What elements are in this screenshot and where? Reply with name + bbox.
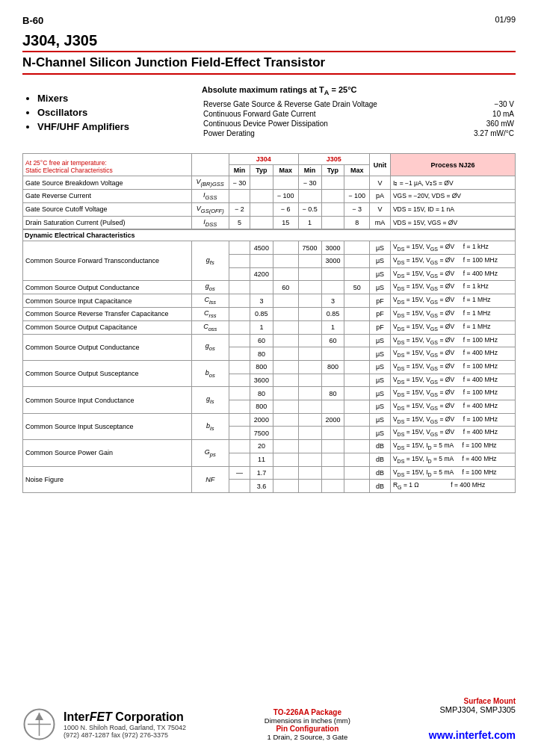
page-title: N-Channel Silicon Junction Field-Effect …: [22, 55, 516, 70]
footer-package-info: TO-226AA Package Dimensions in Inches (m…: [265, 708, 350, 741]
main-table-container: At 25°C free air temperature: Static Ele…: [22, 153, 516, 493]
max2-header: Max: [344, 165, 370, 176]
footer-company-info: InterFET Corporation 1000 N. Shiloh Road…: [22, 707, 186, 741]
static-row-2: Gate Reverse Current IGSS − 100 − 100 pA…: [23, 189, 516, 202]
at-temp-cell: At 25°C free air temperature: Static Ele…: [23, 154, 192, 176]
top-section: Mixers Oscillators VHF/UHF Amplifiers Ab…: [22, 85, 516, 138]
app-item-1: Mixers: [37, 93, 187, 104]
company-name: InterFET Corporation: [64, 710, 186, 724]
pin-desc: 1 Drain, 2 Source, 3 Gate: [265, 733, 350, 741]
dyn-ciss: Common Source Input Capacitance Ciss 3 3…: [23, 294, 516, 308]
address-line1: 1000 N. Shiloh Road, Garland, TX 75042: [64, 724, 186, 731]
static-row-4: Drain Saturation Current (Pulsed) IDSS 5…: [23, 216, 516, 229]
static-row-3: Gate Source Cutoff Voltage VGS(OFF) − 2 …: [23, 202, 516, 216]
min2-header: Min: [298, 165, 321, 176]
footer: InterFET Corporation 1000 N. Shiloh Road…: [22, 697, 516, 741]
pin-title: Pin Configuration: [265, 725, 350, 733]
svg-marker-3: [35, 713, 43, 720]
abs-row-4: Power Derating 3.27 mW/°C: [202, 128, 516, 138]
doc-id: B-60: [22, 15, 43, 26]
max1-header: Max: [273, 165, 298, 176]
title-bar: N-Channel Silicon Junction Field-Effect …: [22, 51, 516, 75]
col-header-row-1: At 25°C free air temperature: Static Ele…: [23, 154, 516, 165]
dyn-crss: Common Source Reverse Transfer Capacitan…: [23, 308, 516, 321]
page: B-60 01/99 J304, J305 N-Channel Silicon …: [0, 0, 538, 756]
dyn-nf-100: Noise Figure NF — 1.7 dB VDS = 15V, ID =…: [23, 466, 516, 480]
j304-header: J304: [229, 154, 298, 165]
dyn-gos-100: Common Source Output Conductance gos 60 …: [23, 334, 516, 347]
surface-mount-title: Surface Mount: [429, 697, 516, 705]
dyn-bis-100: Common Source Input Susceptance bis 2000…: [23, 413, 516, 427]
abs-row-3: Continuous Device Power Dissipation 360 …: [202, 119, 516, 128]
process-header: Process NJ26: [390, 154, 515, 176]
dyn-gps-100: Common Source Power Gain Gps 20 dB VDS =…: [23, 440, 516, 453]
abs-max-ratings: Absolute maximum ratings at TA = 25°C Re…: [187, 85, 516, 138]
dyn-coss: Common Source Output Capacitance Coss 1 …: [23, 320, 516, 334]
applications-list: Mixers Oscillators VHF/UHF Amplifiers: [22, 93, 187, 132]
min1-header: Min: [229, 165, 250, 176]
abs-row-1: Reverse Gate Source & Reverse Gate Drain…: [202, 99, 516, 109]
abs-row-2: Continuous Forward Gate Current 10 mA: [202, 109, 516, 119]
abs-max-table: Reverse Gate Source & Reverse Gate Drain…: [202, 99, 516, 138]
doc-date: 01/99: [495, 15, 516, 26]
package-title: TO-226AA Package: [265, 708, 350, 716]
part-number: J304, J305: [22, 32, 516, 49]
dyn-gis-100: Common Source Input Conductance gis 80 8…: [23, 387, 516, 400]
static-row-1: Gate Source Breakdown Voltage V(BR)GSS −…: [23, 176, 516, 190]
j305-header: J305: [298, 154, 370, 165]
app-item-3: VHF/UHF Amplifiers: [37, 121, 187, 132]
dyn-gfs-1: Common Source Forward Transconductance g…: [23, 241, 516, 255]
abs-max-title: Absolute maximum ratings at TA = 25°C: [202, 85, 516, 96]
typ1-header: Typ: [250, 165, 273, 176]
applications: Mixers Oscillators VHF/UHF Amplifiers: [22, 85, 187, 138]
company-details: InterFET Corporation 1000 N. Shiloh Road…: [64, 710, 186, 739]
symbol-col-header: [191, 154, 229, 176]
dyn-bos-100: Common Source Output Susceptance bos 800…: [23, 361, 516, 374]
app-item-2: Oscillators: [37, 107, 187, 118]
interfet-logo-icon: [22, 707, 56, 741]
package-sub: Dimensions in Inches (mm): [265, 716, 350, 725]
footer-surface-mount: Surface Mount SMPJ304, SMPJ305 www.inter…: [429, 697, 516, 741]
dyn-gos-1: Common Source Output Conductance gos 60 …: [23, 281, 516, 294]
electrical-characteristics-table: At 25°C free air temperature: Static Ele…: [22, 153, 516, 493]
surface-mount-desc: SMPJ304, SMPJ305: [429, 705, 516, 714]
unit-header: Unit: [370, 154, 391, 176]
typ2-header: Typ: [321, 165, 344, 176]
dynamic-header: Dynamic Electrical Characteristics: [23, 229, 516, 241]
address-line2: (972) 487-1287 fax (972) 276-3375: [64, 731, 186, 739]
header: B-60 01/99: [22, 15, 516, 26]
website-link: www.interfet.com: [429, 729, 516, 741]
